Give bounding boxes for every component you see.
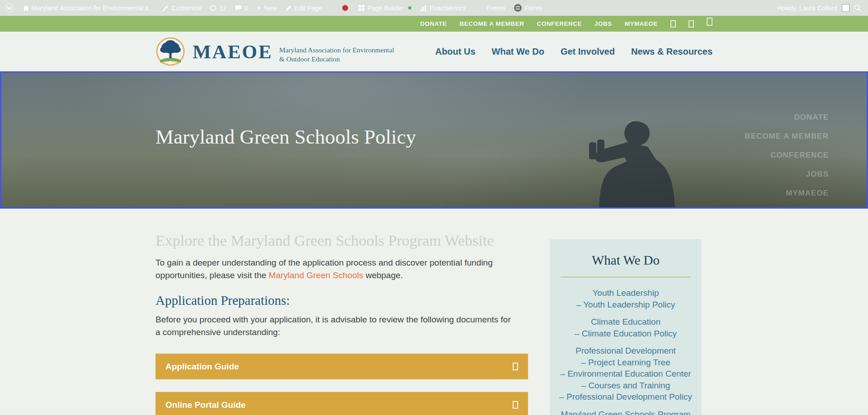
main-nav-item[interactable]: News & Resources [631, 47, 712, 57]
new-content-button[interactable]: + New [257, 4, 277, 12]
page-builder-button[interactable]: Page Builder [358, 5, 411, 12]
sidebar-divider [561, 277, 691, 277]
accordion-label: Application Guide [165, 362, 239, 372]
hero-ghost-menu-item[interactable]: DONATE [745, 108, 829, 127]
maeoe-logo-emblem[interactable] [156, 37, 185, 66]
sidebar-link[interactable]: Maryland Green Schools Program [557, 409, 694, 415]
utility-nav-item[interactable]: JOBS [594, 20, 612, 27]
utility-nav-item[interactable]: BECOME A MEMBER [459, 20, 524, 27]
comments-button[interactable]: 0 [235, 5, 248, 12]
social-icon-placeholder-2[interactable] [689, 20, 694, 28]
section-heading: Explore the Maryland Green Schools Progr… [156, 232, 528, 249]
brush-icon [162, 5, 169, 11]
wp-admin-bar: W Maryland Association for Environmental… [0, 0, 868, 16]
admin-bar-site-name[interactable]: Maryland Association for Environmental a… [23, 5, 154, 12]
plus-icon: + [257, 4, 262, 12]
accordion-bar[interactable]: Online Portal Guide [156, 392, 528, 415]
sidebar-link[interactable]: Climate Education [557, 316, 694, 328]
comments-icon [235, 5, 242, 11]
gravity-forms-icon [514, 4, 522, 12]
admin-search-icon[interactable] [854, 4, 862, 12]
main-nav: About UsWhat We DoGet InvolvedNews & Res… [435, 47, 712, 57]
sidebar-link[interactable]: – Environmental Education Center [557, 368, 694, 380]
hero-ghost-menu: DONATEBECOME A MEMBERCONFERENCEJOBSMYMAE… [745, 108, 829, 203]
logo-text[interactable]: MAEOE [193, 41, 273, 63]
social-icon-placeholder-1[interactable] [670, 20, 676, 28]
logo-tagline: Maryland Association for Environmental &… [279, 39, 394, 64]
sidebar-link[interactable]: – Project Learning Tree [557, 357, 694, 368]
intro-paragraph: To gain a deeper understanding of the ap… [156, 256, 517, 281]
page-title: Maryland Green Schools Policy [156, 125, 416, 149]
main-content: Explore the Maryland Green Schools Progr… [156, 209, 712, 415]
sidebar-link[interactable]: – Youth Leadership Policy [557, 299, 694, 311]
forms-button[interactable]: Forms [514, 4, 542, 12]
hero-ghost-menu-item[interactable]: BECOME A MEMBER [745, 127, 829, 146]
accordion-label: Online Portal Guide [165, 400, 245, 410]
howdy-account-menu[interactable]: Howdy, Laura Collard [777, 5, 837, 12]
accordion-bar[interactable]: Application Guide [156, 354, 528, 379]
sidebar-title: What We Do [557, 253, 694, 268]
site-header: MAEOE Maryland Association for Environme… [0, 32, 868, 71]
subsection-heading: Application Preparations: [156, 293, 528, 308]
updates-icon [210, 5, 217, 11]
accordion-list: Application Guide Online Portal Guide [156, 354, 528, 415]
main-nav-item[interactable]: Get Involved [561, 47, 615, 57]
sidebar-link[interactable]: Youth Leadership [557, 287, 694, 299]
hero-ghost-menu-item[interactable]: CONFERENCE [745, 146, 829, 165]
hero-banner[interactable]: Maryland Green Schools Policy DONATEBECO… [0, 71, 868, 209]
pencil-icon [285, 5, 292, 11]
maryland-green-schools-link[interactable]: Maryland Green Schools [269, 270, 363, 280]
what-we-do-widget: What We Do Youth Leadership– Youth Leade… [550, 239, 702, 415]
utility-nav-item[interactable]: MYMAEOE [625, 20, 658, 27]
wordpress-logo-icon: W [5, 3, 14, 13]
sidebar-link[interactable]: – Courses and Training [557, 380, 694, 392]
main-nav-item[interactable]: About Us [435, 47, 476, 57]
utility-nav-bar: DONATEBECOME A MEMBERCONFERENCEJOBSMYMAE… [0, 16, 868, 32]
sidebar-link[interactable]: – Climate Education Policy [557, 328, 694, 340]
events-button[interactable]: Events [486, 5, 505, 12]
bar-chart-icon [420, 5, 427, 11]
utility-nav-item[interactable]: CONFERENCE [537, 20, 582, 27]
article-column: Explore the Maryland Green Schools Progr… [156, 220, 528, 415]
person-with-binoculars-silhouette [582, 113, 687, 209]
page-builder-status-dot [408, 6, 411, 9]
hero-ghost-menu-item[interactable]: MYMAEOE [745, 184, 829, 203]
social-icon-placeholder-3[interactable] [707, 18, 712, 26]
hero-ghost-menu-item[interactable]: JOBS [745, 165, 829, 184]
wordpress-menu[interactable]: W [5, 3, 14, 13]
edit-page-button[interactable]: Edit Page [285, 5, 322, 12]
accordion-toggle-icon [513, 363, 518, 370]
utility-nav-item[interactable]: DONATE [420, 20, 447, 27]
sidebar-link[interactable]: Professional Development [557, 345, 694, 357]
sidebar-links: Youth Leadership– Youth Leadership Polic… [557, 287, 694, 415]
avatar[interactable] [842, 4, 849, 12]
page-builder-grid-icon [358, 5, 365, 11]
recording-indicator-icon[interactable] [342, 5, 348, 11]
exactmetrics-button[interactable]: ExactMetrics [420, 5, 466, 12]
body-paragraph: Before you proceed with your application… [156, 313, 517, 338]
accordion-toggle-icon [513, 401, 518, 409]
customize-button[interactable]: Customize [162, 5, 201, 12]
updates-button[interactable]: 12 [210, 5, 226, 12]
main-nav-item[interactable]: What We Do [492, 47, 544, 57]
home-icon [23, 5, 29, 11]
sidebar-link[interactable]: – Professional Development Policy [557, 391, 694, 403]
